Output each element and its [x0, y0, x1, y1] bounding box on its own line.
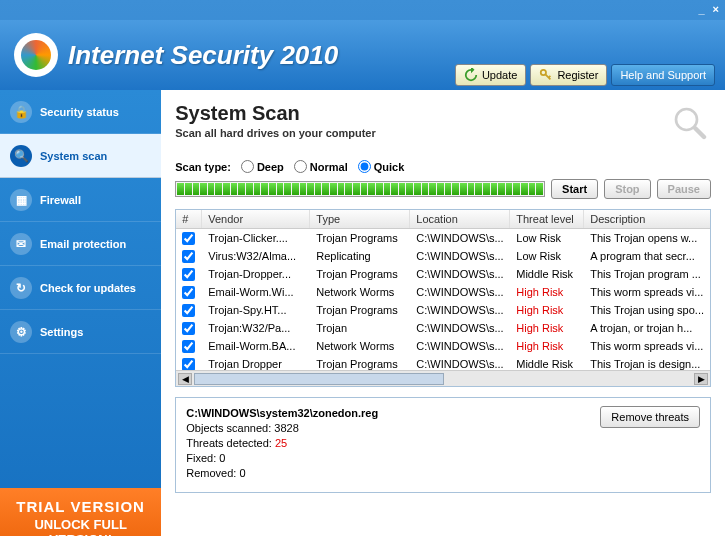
panel-header: System Scan Scan all hard drives on your… [175, 102, 711, 144]
body: 🔒 Security status 🔍 System scan ▦ Firewa… [0, 90, 725, 536]
help-button[interactable]: Help and Support [611, 64, 715, 86]
header: Internet Security 2010 Update Register H… [0, 20, 725, 90]
scroll-left-icon[interactable]: ◀ [178, 373, 192, 385]
mail-icon: ✉ [10, 233, 32, 255]
sidebar: 🔒 Security status 🔍 System scan ▦ Firewa… [0, 90, 161, 536]
sidebar-item-system-scan[interactable]: 🔍 System scan [0, 134, 161, 178]
table-row[interactable]: Trojan DropperTrojan ProgramsC:\WINDOWS\… [176, 355, 710, 370]
close-button[interactable]: × [713, 3, 719, 17]
row-checkbox[interactable] [176, 319, 202, 337]
col-threat[interactable]: Threat level [510, 210, 584, 228]
table-row[interactable]: Trojan-Spy.HT...Trojan ProgramsC:\WINDOW… [176, 301, 710, 319]
row-checkbox[interactable] [176, 283, 202, 301]
table-row[interactable]: Virus:W32/Alma...ReplicatingC:\WINDOWS\s… [176, 247, 710, 265]
page-subtitle: Scan all hard drives on your computer [175, 127, 376, 139]
row-description: A program that secr... [584, 247, 710, 265]
row-checkbox[interactable] [176, 265, 202, 283]
update-label: Update [482, 69, 517, 81]
gear-icon: ⚙ [10, 321, 32, 343]
row-type: Trojan Programs [310, 355, 410, 370]
scan-options: Scan type: Deep Normal Quick [175, 160, 711, 173]
row-description: This Trojan program ... [584, 265, 710, 283]
fixed-value: 0 [219, 452, 225, 464]
sidebar-item-label: Email protection [40, 238, 126, 250]
sidebar-item-settings[interactable]: ⚙ Settings [0, 310, 161, 354]
app-logo-icon [14, 33, 58, 77]
row-threat: Low Risk [510, 229, 584, 247]
scan-normal-radio[interactable]: Normal [294, 160, 348, 173]
register-button[interactable]: Register [530, 64, 607, 86]
app-title: Internet Security 2010 [68, 40, 338, 71]
sidebar-item-label: Check for updates [40, 282, 136, 294]
grid-header: # Vendor Type Location Threat level Desc… [176, 210, 710, 229]
row-threat: Low Risk [510, 247, 584, 265]
table-row[interactable]: Email-Worm.BA...Network WormsC:\WINDOWS\… [176, 337, 710, 355]
sidebar-item-check-updates[interactable]: ↻ Check for updates [0, 266, 161, 310]
row-type: Trojan Programs [310, 229, 410, 247]
row-location: C:\WINDOWS\s... [410, 319, 510, 337]
trial-banner[interactable]: TRIAL VERSION UNLOCK FULL VERSION! easy … [0, 488, 161, 536]
row-checkbox[interactable] [176, 229, 202, 247]
help-label: Help and Support [620, 69, 706, 81]
row-description: This Trojan is design... [584, 355, 710, 370]
col-location[interactable]: Location [410, 210, 510, 228]
start-button[interactable]: Start [551, 179, 598, 199]
scanned-value: 3828 [274, 422, 298, 434]
row-checkbox[interactable] [176, 337, 202, 355]
trial-line1: TRIAL VERSION [4, 498, 157, 515]
fixed-label: Fixed: [186, 452, 216, 464]
titlebar: _ × [0, 0, 725, 20]
scroll-thumb[interactable] [194, 373, 444, 385]
scroll-right-icon[interactable]: ▶ [694, 373, 708, 385]
minimize-button[interactable]: _ [698, 3, 704, 17]
col-num[interactable]: # [176, 210, 202, 228]
row-type: Trojan [310, 319, 410, 337]
top-buttons: Update Register Help and Support [455, 64, 715, 86]
row-location: C:\WINDOWS\s... [410, 301, 510, 319]
detected-value: 25 [275, 437, 287, 449]
col-type[interactable]: Type [310, 210, 410, 228]
sidebar-item-email-protection[interactable]: ✉ Email protection [0, 222, 161, 266]
scan-quick-radio[interactable]: Quick [358, 160, 405, 173]
row-vendor: Virus:W32/Alma... [202, 247, 310, 265]
main-panel: System Scan Scan all hard drives on your… [161, 90, 725, 536]
row-type: Network Worms [310, 337, 410, 355]
stop-button[interactable]: Stop [604, 179, 650, 199]
row-description: This worm spreads vi... [584, 283, 710, 301]
row-threat: High Risk [510, 283, 584, 301]
row-description: This Trojan opens w... [584, 229, 710, 247]
sidebar-item-security-status[interactable]: 🔒 Security status [0, 90, 161, 134]
row-threat: High Risk [510, 319, 584, 337]
col-vendor[interactable]: Vendor [202, 210, 310, 228]
row-location: C:\WINDOWS\s... [410, 247, 510, 265]
row-checkbox[interactable] [176, 247, 202, 265]
page-title: System Scan [175, 102, 376, 125]
row-checkbox[interactable] [176, 355, 202, 370]
key-icon [539, 68, 553, 82]
summary-box: C:\WINDOWS\system32\zonedon.reg Objects … [175, 397, 711, 493]
progress-bar [175, 181, 545, 197]
pause-button[interactable]: Pause [657, 179, 711, 199]
table-row[interactable]: Trojan:W32/Pa...TrojanC:\WINDOWS\s...Hig… [176, 319, 710, 337]
table-row[interactable]: Trojan-Dropper...Trojan ProgramsC:\WINDO… [176, 265, 710, 283]
row-checkbox[interactable] [176, 301, 202, 319]
row-location: C:\WINDOWS\s... [410, 283, 510, 301]
sidebar-item-label: Security status [40, 106, 119, 118]
row-threat: Middle Risk [510, 265, 584, 283]
row-description: This worm spreads vi... [584, 337, 710, 355]
update-button[interactable]: Update [455, 64, 526, 86]
lock-icon: 🔒 [10, 101, 32, 123]
current-path: C:\WINDOWS\system32\zonedon.reg [186, 406, 378, 421]
row-type: Trojan Programs [310, 265, 410, 283]
row-vendor: Email-Worm.Wi... [202, 283, 310, 301]
table-row[interactable]: Email-Worm.Wi...Network WormsC:\WINDOWS\… [176, 283, 710, 301]
refresh-icon: ↻ [10, 277, 32, 299]
col-description[interactable]: Description [584, 210, 710, 228]
horizontal-scrollbar[interactable]: ◀ ▶ [176, 370, 710, 386]
table-row[interactable]: Trojan-Clicker....Trojan ProgramsC:\WIND… [176, 229, 710, 247]
scanned-label: Objects scanned: [186, 422, 271, 434]
row-location: C:\WINDOWS\s... [410, 337, 510, 355]
sidebar-item-firewall[interactable]: ▦ Firewall [0, 178, 161, 222]
scan-deep-radio[interactable]: Deep [241, 160, 284, 173]
remove-threats-button[interactable]: Remove threats [600, 406, 700, 428]
